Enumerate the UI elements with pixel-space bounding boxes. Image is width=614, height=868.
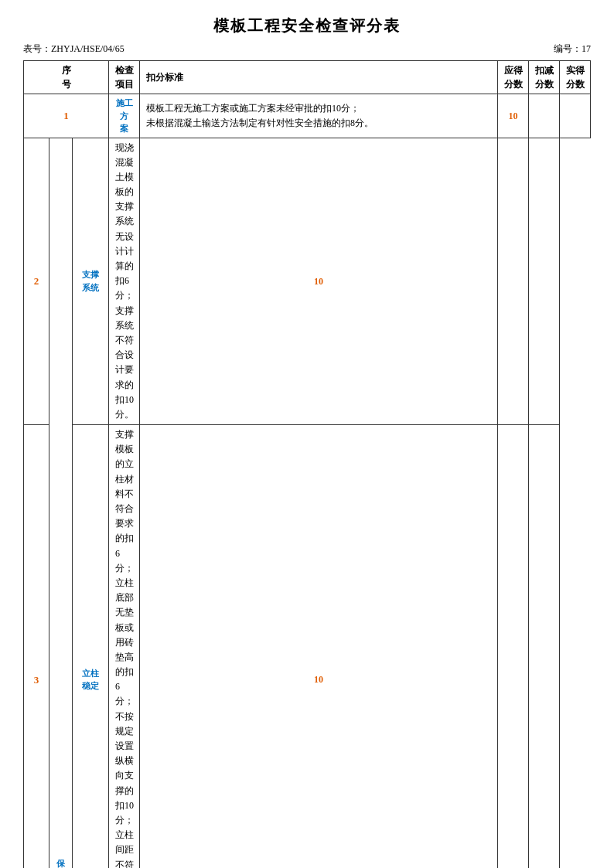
meta-row: 表号：ZHYJA/HSE/04/65 编号：17 [23,43,591,56]
actual-3 [529,425,560,868]
cat1-bao: 保证目 [49,138,73,868]
score-3: 10 [140,425,498,868]
actual-1 [560,94,591,138]
deduct-3 [498,425,529,868]
header-content: 扣分标准 [140,61,498,94]
table-no: 表号：ZHYJA/HSE/04/65 [23,43,125,56]
header-score3: 实得分数 [560,61,591,94]
deduct-1 [529,94,560,138]
seq-3: 3 [24,425,49,868]
item-2: 支撑系统 [73,138,109,425]
seq-1: 1 [24,94,109,138]
score-2: 10 [140,138,498,425]
table-row: 2 保证目 支撑系统 现浇混凝土模板的支撑系统无设计计算的扣6分；支撑系统不符合… [24,138,591,425]
header-seq: 序号 [24,61,109,94]
page-title: 模板工程安全检查评分表 [23,15,591,36]
actual-2 [529,138,560,425]
main-table: 序号 检查项目 扣分标准 应得分数 扣减分数 实得分数 1 施工方案 模板工程无… [23,60,591,868]
header-score1: 应得分数 [498,61,529,94]
item-3: 立柱稳定 [73,425,109,868]
table-row: 3 立柱稳定 支撑模板的立柱材料不符合要求的扣6分；立柱底部无垫板或用砖垫高的扣… [24,425,591,868]
content-3: 支撑模板的立柱材料不符合要求的扣6分；立柱底部无垫板或用砖垫高的扣6分；不按规定… [109,425,140,868]
score-1: 10 [498,94,529,138]
deduct-2 [498,138,529,425]
code: 编号：17 [554,43,591,56]
item-1: 施工方案 [109,94,140,138]
header-item: 检查项目 [109,61,140,94]
table-row: 1 施工方案 模板工程无施工方案或施工方案未经审批的扣10分；未根据混凝土输送方… [24,94,591,138]
content-1: 模板工程无施工方案或施工方案未经审批的扣10分；未根据混凝土输送方法制定有针对性… [140,94,498,138]
content-2: 现浇混凝土模板的支撑系统无设计计算的扣6分；支撑系统不符合设计要求的扣10分。 [109,138,140,425]
header-score2: 扣减分数 [529,61,560,94]
seq-2: 2 [24,138,49,425]
table-header-row: 序号 检查项目 扣分标准 应得分数 扣减分数 实得分数 [24,61,591,94]
